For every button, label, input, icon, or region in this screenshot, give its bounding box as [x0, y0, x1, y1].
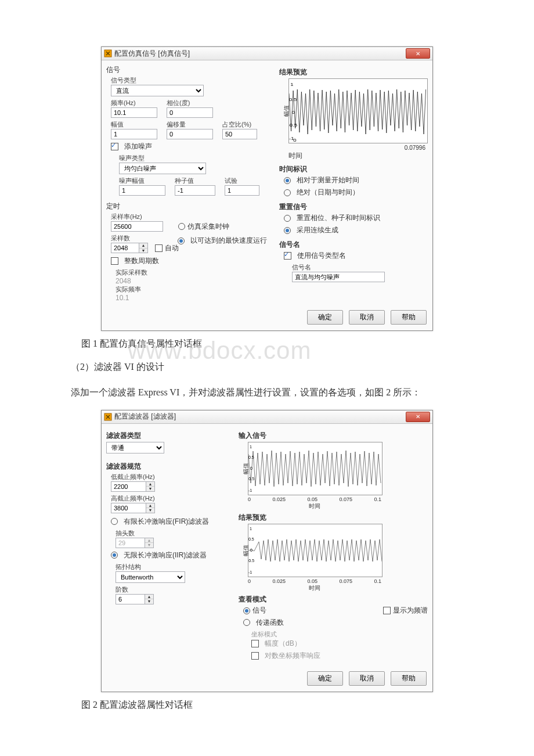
relative-time-radio[interactable]: [284, 177, 291, 184]
reset-phase-radio[interactable]: [284, 215, 291, 222]
signal-config-dialog: 配置仿真信号 [仿真信号] ✕ 信号 信号类型 直流 频率(Hz) 相位(度) …: [101, 46, 433, 331]
svg-text:1: 1: [290, 82, 293, 87]
svg-text:1: 1: [250, 527, 252, 531]
add-noise-checkbox[interactable]: [111, 143, 118, 150]
view-signal-label: 信号: [252, 606, 266, 614]
absolute-time-label: 绝对（日期与时间）: [297, 188, 359, 197]
svg-text:0: 0: [292, 110, 295, 115]
duty-input[interactable]: [222, 129, 257, 139]
int-cycles-label: 整数周期数: [124, 256, 159, 266]
order-label: 阶数: [116, 585, 234, 594]
sim-clock-radio[interactable]: [178, 223, 185, 230]
filter-config-dialog: 配置滤波器 [滤波器] ✕ 滤波器类型 带通 滤波器规范 低截止频率(Hz) ▲…: [101, 410, 433, 692]
timing-section: 定时: [106, 201, 275, 211]
mag-db-label: 幅度（dB）: [265, 639, 301, 649]
freq-input[interactable]: [111, 107, 157, 118]
signame-section: 信号名: [279, 240, 428, 250]
low-cut-label: 低截止频率(Hz): [111, 473, 234, 481]
noise-type-label: 噪声类型: [119, 154, 275, 163]
cancel-button[interactable]: 取消: [349, 310, 385, 325]
continuous-radio[interactable]: [284, 227, 291, 234]
result-plot: 幅值 10.50-0.5-1: [248, 524, 383, 577]
view-signal-radio[interactable]: [243, 607, 250, 614]
signal-name-input[interactable]: [292, 272, 385, 282]
help-button-2[interactable]: 帮助: [391, 671, 427, 686]
svg-text:-0.5: -0.5: [289, 123, 297, 128]
show-spectrum-label: 显示为频谱: [393, 606, 428, 614]
phase-input[interactable]: [167, 107, 213, 118]
offset-input[interactable]: [167, 129, 213, 139]
relative-time-label: 相对于测量开始时间: [297, 175, 359, 185]
topology-select[interactable]: Butterworth: [116, 571, 185, 583]
svg-text:0.5: 0.5: [248, 537, 254, 541]
input-plot: 幅值 10.50-0.5-1: [248, 442, 383, 495]
noise-type-select[interactable]: 均匀白噪声: [119, 163, 206, 174]
preview-plot: 幅值 1 0.5 0 -0.5 -1 0: [288, 78, 428, 143]
low-cut-input[interactable]: [111, 481, 146, 492]
fir-radio[interactable]: [111, 518, 118, 525]
paragraph-2: 添加一个滤波器 Express VI，并对滤波器属性进行设置，设置的各选项，如图…: [52, 384, 482, 401]
rate-input[interactable]: [111, 221, 163, 232]
iir-radio[interactable]: [111, 552, 118, 559]
add-noise-label: 添加噪声: [124, 142, 152, 152]
svg-text:-1: -1: [248, 570, 252, 574]
order-input[interactable]: [116, 594, 145, 604]
ok-button[interactable]: 确定: [307, 310, 343, 325]
seed-label: 种子值: [175, 177, 221, 185]
result-plot-ylabel: 幅值: [242, 545, 250, 556]
int-cycles-checkbox[interactable]: [111, 257, 118, 265]
phase-label: 相位(度): [167, 99, 219, 107]
show-spectrum-checkbox[interactable]: [383, 607, 391, 614]
cancel-button-2[interactable]: 取消: [349, 671, 385, 686]
absolute-time-radio[interactable]: [284, 189, 291, 196]
reset-phase-label: 重置相位、种子和时间标识: [297, 213, 380, 223]
trial-input[interactable]: [225, 185, 259, 196]
amp-input[interactable]: [111, 129, 157, 139]
samples-spinner[interactable]: ▲▼: [139, 243, 148, 253]
app-icon: [104, 49, 112, 57]
close-button[interactable]: ✕: [406, 48, 430, 59]
high-cut-spinner[interactable]: ▲▼: [146, 503, 155, 513]
preview-section: 结果预览: [279, 67, 428, 77]
view-mode-section: 查看模式: [239, 595, 428, 604]
filter-spec-section: 滤波器规范: [106, 462, 234, 471]
input-plot-ylabel: 幅值: [242, 463, 250, 474]
taps-spinner: ▲▼: [145, 538, 154, 548]
result-preview-section: 结果预览: [239, 513, 428, 523]
fastest-label: 以可达到的最快速度运行: [190, 236, 267, 246]
use-type-name-checkbox[interactable]: [284, 252, 291, 260]
input-signal-section: 输入信号: [239, 431, 428, 441]
log-freq-checkbox: [251, 652, 259, 660]
seed-input[interactable]: [175, 185, 215, 196]
high-cut-input[interactable]: [111, 503, 146, 513]
help-button[interactable]: 帮助: [391, 310, 427, 325]
sim-clock-label: 仿真采集时钟: [187, 222, 229, 231]
taps-label: 抽头数: [116, 529, 234, 538]
view-transfer-radio[interactable]: [243, 619, 250, 626]
noise-amp-input[interactable]: [119, 185, 165, 196]
timestamp-section: 时间标识: [279, 164, 428, 174]
result-plot-xlabel: 时间: [248, 584, 381, 592]
svg-text:-0.5: -0.5: [248, 477, 254, 481]
dialog-title: 配置仿真信号 [仿真信号]: [114, 49, 190, 59]
svg-text:-0.5: -0.5: [248, 559, 254, 563]
figure2-caption: 图 2 配置滤波器属性对话框: [81, 699, 482, 711]
signal-type-select[interactable]: 直流: [111, 85, 204, 96]
low-cut-spinner[interactable]: ▲▼: [146, 481, 155, 492]
fastest-radio[interactable]: [178, 237, 185, 244]
close-button-2[interactable]: ✕: [406, 412, 430, 422]
svg-text:0: 0: [250, 466, 252, 470]
signal-type-label: 信号类型: [111, 76, 275, 85]
app-icon-2: [104, 413, 112, 421]
plot-xmax: 0.07996: [405, 145, 425, 151]
order-spinner[interactable]: ▲▼: [145, 594, 154, 604]
actual-freq-value: 10.1: [116, 294, 275, 302]
samples-input[interactable]: [111, 243, 139, 253]
paragraph-1: （2）滤波器 VI 的设计: [52, 358, 482, 376]
freq-label: 频率(Hz): [111, 99, 163, 107]
auto-checkbox[interactable]: [155, 244, 163, 252]
noise-amp-label: 噪声幅值: [119, 177, 171, 185]
ok-button-2[interactable]: 确定: [307, 671, 343, 686]
filter-type-select[interactable]: 带通: [106, 442, 164, 453]
taps-input: [116, 538, 145, 548]
